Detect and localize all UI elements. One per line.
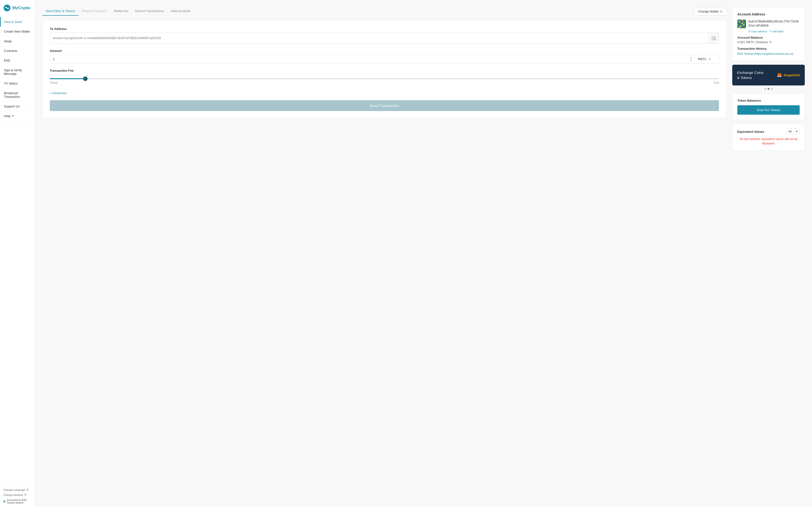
svg-rect-28 [743,22,745,24]
amount-arrows[interactable]: ▲ ▼ [688,55,694,63]
account-address-title: Account Address [737,12,800,16]
token-selector[interactable]: RBTC ▼ [695,55,719,63]
svg-rect-19 [739,21,740,22]
tab-wallet-info[interactable]: Wallet Info [110,7,132,16]
change-network-btn[interactable]: Change Network ⚙ [3,492,32,497]
carousel-dot-3[interactable] [771,88,773,90]
amount-up-arrow[interactable]: ▲ [690,56,692,59]
tab-send-ether[interactable]: Send Ether & Tokens [42,7,79,16]
send-form-card: To Address [42,20,726,118]
svg-rect-29 [745,22,746,24]
sidebar-item-support[interactable]: Support Us [0,102,35,111]
amount-input[interactable] [50,55,688,63]
carousel-dot-2[interactable] [767,88,769,90]
tab-recent-transactions[interactable]: Recent Transactions [132,7,167,16]
svg-rect-12 [737,19,739,21]
equiv-select[interactable]: All USD EUR BTC [786,129,800,134]
account-address-card: Account Address [732,7,805,61]
add-label-btn[interactable]: ✎ add label [769,30,783,33]
svg-rect-43 [739,27,740,28]
balance-value: 0.001 RBTC (Testnet) ↻ [737,40,800,44]
sidebar-item-swap[interactable]: Swap [0,37,35,46]
amount-down-arrow[interactable]: ▼ [690,59,692,62]
balance-label: Account Balance [737,36,800,39]
change-wallet-button[interactable]: Change Wallet ↻ [694,8,726,15]
refresh-icon: ↻ [720,10,723,13]
scan-for-tokens-button[interactable]: Scan For Tokens [737,105,800,115]
sidebar-item-view-send[interactable]: View & Send [0,17,35,27]
send-transaction-button[interactable]: Send Transaction [50,100,719,111]
amount-input-wrap: ▲ ▼ [50,55,695,63]
carousel-dot-1[interactable] [764,88,766,90]
svg-rect-39 [742,25,743,27]
svg-rect-34 [743,24,745,25]
svg-rect-14 [740,19,742,21]
equiv-header: Equivalent Values All USD EUR BTC [737,129,800,134]
to-address-input[interactable] [50,34,708,42]
change-language-btn[interactable]: Change Language ⚙ [3,487,32,492]
svg-rect-13 [739,19,740,21]
fee-section: Transaction Fee Cheap Fast [50,69,719,86]
network-status: Connected to RSK Testnet network [3,497,32,505]
svg-rect-31 [739,24,740,25]
sidebar-item-help[interactable]: Help ↗ [0,111,35,121]
svg-rect-45 [742,27,743,28]
shapeshift-text: Exchange Coins & Tokens [737,70,763,80]
sidebar-item-create-wallet[interactable]: Create New Wallet [0,27,35,37]
token-balances-card: Token Balances Scan For Tokens [732,94,805,120]
svg-rect-7 [715,39,715,39]
fee-slider-wrap: Cheap Fast [50,74,719,86]
svg-rect-32 [740,24,742,25]
equivalent-values-card: Equivalent Values All USD EUR BTC On tes… [732,124,805,151]
sidebar-item-sign-verify[interactable]: Sign & Verify Message [0,65,35,79]
sidebar-item-broadcast[interactable]: Broadcast Transaction [0,89,35,102]
address-actions: ⊡ copy address ✎ add label [749,30,800,33]
token-balances-title: Token Balances [737,99,800,102]
sidebar-item-tx-status[interactable]: TX Status [0,79,35,89]
svg-rect-24 [737,22,739,24]
svg-rect-18 [737,21,739,22]
balance-section: Account Balance 0.001 RBTC (Testnet) ↻ [737,36,800,44]
center-panel: Send Ether & Tokens Request Payment Wall… [42,7,726,500]
fee-fast-label: Fast [714,81,719,84]
tab-address-book[interactable]: Address Book [167,7,194,16]
svg-point-1 [5,7,6,8]
logo-icon [3,4,11,12]
sidebar-nav: View & Send Create New Wallet Swap Contr… [0,15,35,485]
tabs-bar: Send Ether & Tokens Request Payment Wall… [42,7,726,16]
svg-rect-38 [740,25,742,27]
network-dot [3,501,5,502]
avatar [737,19,746,28]
sidebar-item-ens[interactable]: ENS [0,56,35,65]
qr-scan-button[interactable] [708,33,719,44]
shapeshift-logo-icon: 🦊 [777,72,782,78]
app-logo[interactable]: MyCrypto [0,0,35,15]
svg-rect-20 [740,21,742,22]
tx-history-link[interactable]: RSK Testnet (https://explorer.testnet.rs… [737,52,793,56]
to-address-input-row [50,33,719,44]
tab-request-payment: Request Payment [79,7,110,16]
copy-address-btn[interactable]: ⊡ copy address [749,30,767,33]
fee-cheap-label: Cheap [50,81,57,84]
sidebar-item-contracts[interactable]: Contracts [0,46,35,56]
svg-rect-27 [742,22,743,24]
svg-rect-33 [742,24,743,25]
amount-input-row: ▲ ▼ RBTC ▼ [50,55,719,63]
svg-rect-22 [743,21,745,22]
svg-rect-17 [745,19,746,21]
dropdown-caret-icon: ▼ [708,58,711,61]
balance-refresh-icon[interactable]: ↻ [769,40,772,44]
svg-rect-35 [745,24,746,25]
svg-point-2 [8,8,9,9]
svg-rect-16 [743,19,745,21]
svg-rect-9 [715,40,716,40]
shapeshift-logo: 🦊 ShapeShift [777,72,800,78]
right-panel: Account Address [732,7,805,500]
gear-icon: ⚙ [24,493,27,496]
shapeshift-banner[interactable]: Exchange Coins & Tokens 🦊 ShapeShift [732,65,805,86]
svg-rect-37 [739,25,740,27]
amount-label: Amount [50,49,719,53]
fee-slider[interactable] [50,78,719,79]
advanced-link[interactable]: + Advanced [50,91,66,95]
content-area: Send Ether & Tokens Request Payment Wall… [35,0,812,507]
